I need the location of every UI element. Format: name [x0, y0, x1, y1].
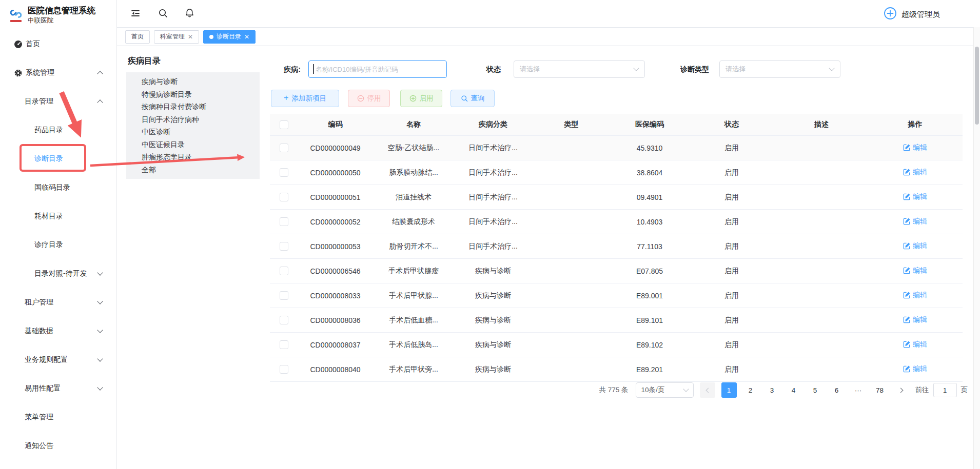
status-select[interactable]: 请选择	[514, 60, 645, 78]
tree-item-tcm-diagnosis[interactable]: 中医诊断	[126, 126, 260, 138]
cell-code: CD0000006546	[298, 259, 373, 283]
edit-button[interactable]: 编辑	[903, 364, 927, 374]
disable-button[interactable]: 停用	[348, 90, 390, 107]
sidebar-item-notice[interactable]: 通知公告	[0, 432, 116, 460]
collapse-menu-icon[interactable]	[130, 8, 141, 21]
sidebar-item-tenant-management[interactable]: 租户管理	[0, 288, 116, 317]
sidebar-item-label: 诊疗目录	[34, 240, 63, 250]
edit-icon	[903, 340, 911, 348]
table-header-row: 编码名称疾病分类类型医保编码状态描述操作	[270, 114, 963, 136]
edit-button[interactable]: 编辑	[903, 266, 927, 275]
edit-button[interactable]: 编辑	[903, 192, 927, 201]
scrollbar-thumb[interactable]	[975, 47, 979, 125]
edit-button[interactable]: 编辑	[903, 315, 927, 324]
page-ellipsis[interactable]: ···	[851, 382, 866, 398]
row-checkbox[interactable]	[280, 365, 288, 374]
tree-title: 疾病目录	[128, 56, 161, 67]
disease-filter-label: 疾病:	[279, 60, 301, 78]
notification-bell-icon[interactable]	[185, 8, 194, 20]
edit-button[interactable]: 编辑	[903, 340, 927, 349]
row-checkbox[interactable]	[280, 291, 288, 300]
row-checkbox[interactable]	[280, 217, 288, 226]
page-button-6[interactable]: 6	[829, 382, 845, 398]
goto-page-input[interactable]	[933, 383, 957, 397]
sidebar-item-consumable-catalog[interactable]: 耗材目录	[0, 202, 116, 231]
enable-button[interactable]: 启用	[400, 90, 442, 107]
sidebar-item-label: 药品目录	[34, 126, 63, 135]
page-size-select[interactable]: 10条/页	[636, 382, 694, 398]
scrollbar	[973, 27, 980, 469]
tree-item-all[interactable]: 全部	[126, 164, 260, 176]
sidebar-item-catalog-mapping[interactable]: 目录对照-待开发	[0, 259, 116, 288]
prev-page-button[interactable]	[700, 382, 715, 398]
sidebar-item-drug-catalog[interactable]: 药品目录	[0, 116, 116, 145]
cell-type	[532, 234, 611, 259]
edit-icon	[903, 365, 911, 373]
cell-type	[532, 160, 611, 185]
page-button-2[interactable]: 2	[743, 382, 758, 398]
sidebar-item-base-data[interactable]: 基础数据	[0, 317, 116, 345]
cell-insurance-code: E89.001	[611, 283, 688, 308]
row-checkbox[interactable]	[280, 316, 288, 324]
edit-label: 编辑	[913, 266, 927, 275]
edit-button[interactable]: 编辑	[903, 291, 927, 300]
plus-circle-icon	[409, 95, 417, 102]
tab-diagnosis-catalog[interactable]: 诊断目录✕	[203, 30, 256, 44]
add-item-button[interactable]: + 添加新项目	[271, 90, 339, 107]
table-row: CD0000000052结膜囊成形术日间手术治疗...10.4903启用编辑	[270, 210, 963, 234]
cell-category: 日间手术治疗...	[455, 160, 532, 185]
tree-item-disease-diagnosis[interactable]: 疾病与诊断	[126, 75, 260, 88]
cell-category: 日间手术治疗...	[455, 210, 532, 234]
page-button-78[interactable]: 78	[872, 382, 888, 398]
user-menu[interactable]: 超级管理员	[884, 7, 940, 22]
disease-search-input[interactable]	[308, 60, 447, 78]
close-icon[interactable]: ✕	[188, 34, 193, 40]
tree-item-day-surgery[interactable]: 日间手术治疗病种	[126, 113, 260, 126]
page-button-5[interactable]: 5	[808, 382, 823, 398]
row-checkbox[interactable]	[280, 340, 288, 349]
search-icon	[461, 95, 468, 102]
tree-item-special-chronic-catalog[interactable]: 特慢病诊断目录	[126, 88, 260, 101]
sidebar-item-diagnosis-catalog[interactable]: 诊断目录	[0, 145, 116, 173]
sidebar-item-treatment-catalog[interactable]: 诊疗目录	[0, 231, 116, 259]
sidebar-item-home[interactable]: 首页	[0, 30, 116, 58]
tab-department-management[interactable]: 科室管理✕	[154, 30, 199, 44]
edit-icon	[903, 267, 911, 274]
next-page-button[interactable]	[894, 382, 909, 398]
row-checkbox[interactable]	[280, 267, 288, 275]
row-checkbox[interactable]	[280, 242, 288, 251]
edit-button[interactable]: 编辑	[903, 241, 927, 251]
tree-item-per-disease-payment[interactable]: 按病种目录付费诊断	[126, 100, 260, 113]
app-logo-icon	[9, 8, 23, 22]
cell-category: 日间手术治疗...	[455, 185, 532, 210]
page-button-3[interactable]: 3	[765, 382, 780, 398]
sidebar-item-catalog-management[interactable]: 目录管理	[0, 87, 116, 116]
row-checkbox[interactable]	[280, 193, 288, 201]
query-button[interactable]: 查询	[450, 90, 495, 107]
active-dot	[209, 35, 213, 39]
row-checkbox[interactable]	[280, 144, 288, 152]
edit-button[interactable]: 编辑	[903, 168, 927, 177]
sidebar-item-business-rule-config[interactable]: 业务规则配置	[0, 345, 116, 374]
page-button-1[interactable]: 1	[721, 382, 737, 398]
sidebar-item-menu-management[interactable]: 菜单管理	[0, 403, 116, 432]
search-icon[interactable]	[158, 8, 168, 20]
close-icon[interactable]: ✕	[244, 34, 249, 40]
table-row: CD0000000051泪道挂线术日间手术治疗...09.4901启用编辑	[270, 185, 963, 210]
tree-item-tumor-morphology-catalog[interactable]: 肿瘤形态学目录	[126, 151, 260, 164]
sidebar-item-system-management[interactable]: 系统管理	[0, 58, 116, 87]
edit-label: 编辑	[913, 192, 927, 201]
sidebar-item-national-code-catalog[interactable]: 国临码目录	[0, 173, 116, 202]
diagnosis-type-select[interactable]: 请选择	[719, 60, 840, 78]
select-all-checkbox[interactable]	[280, 120, 288, 129]
edit-button[interactable]: 编辑	[903, 217, 927, 226]
cell-insurance-code: 10.4903	[611, 210, 688, 234]
disable-label: 停用	[367, 94, 381, 103]
tab-home[interactable]: 首页	[125, 30, 150, 44]
row-checkbox[interactable]	[280, 168, 288, 177]
chevron-down-icon	[97, 270, 103, 275]
page-button-4[interactable]: 4	[786, 382, 801, 398]
edit-button[interactable]: 编辑	[903, 143, 927, 152]
sidebar-item-usability-config[interactable]: 易用性配置	[0, 374, 116, 403]
tree-item-tcm-syndrome-catalog[interactable]: 中医证候目录	[126, 138, 260, 151]
